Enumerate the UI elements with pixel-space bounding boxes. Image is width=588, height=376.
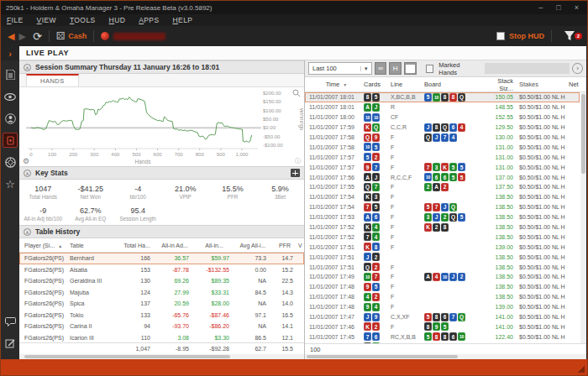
- infinity-button[interactable]: ∞: [375, 62, 387, 75]
- cash-button[interactable]: Cash: [68, 32, 87, 40]
- reports-icon[interactable]: [3, 67, 18, 82]
- table-history-header[interactable]: ∧ Table History: [19, 225, 304, 238]
- table-history-row[interactable]: FGators26(PS) Spica 137 20.59 $28.00 NA …: [19, 298, 304, 310]
- col-cards[interactable]: Cards: [364, 81, 391, 88]
- hole-cards-button[interactable]: H: [389, 62, 402, 75]
- marked-hands-label[interactable]: Marked Hands: [438, 61, 478, 76]
- session-summary-header[interactable]: ∧ Session Summary Thursday 11 January 16…: [19, 60, 304, 74]
- hand-row[interactable]: 11/01/2007 17:58 Q9 F QJ74 130.00 $0.50/…: [305, 133, 580, 143]
- chat-icon[interactable]: [3, 314, 18, 329]
- forward-icon[interactable]: ▶: [18, 31, 25, 42]
- col-player[interactable]: Player (Si... ▲: [19, 243, 70, 248]
- col-table[interactable]: Table: [70, 243, 118, 248]
- chart-zoom-icon[interactable]: [292, 89, 301, 97]
- table-history-row[interactable]: FGators26(PS) Majuba 124 27.99 $33.31 84…: [19, 287, 304, 299]
- menu-view[interactable]: VIEW: [37, 16, 56, 24]
- hand-row[interactable]: 11/01/2007 18:01 AJ R 148.55 $0.50/$1.00…: [305, 102, 580, 112]
- hud-eye-icon[interactable]: [3, 89, 18, 104]
- hand-row[interactable]: 11/01/2007 17:45 76 RC,X,B,B 588610 122.…: [305, 332, 580, 342]
- col-time[interactable]: Time ▼: [305, 81, 364, 88]
- chart-settings-gear-icon[interactable]: ⚙: [23, 157, 29, 165]
- hand-row[interactable]: 11/01/2007 17:51 K8 F 139.00 $0.50/$1.00…: [305, 242, 580, 252]
- collapse-icon[interactable]: ∧: [24, 228, 31, 236]
- sidebar-expand-icon[interactable]: ›: [1, 46, 19, 60]
- stop-hud-checkbox[interactable]: [496, 32, 505, 40]
- hand-row[interactable]: 11/01/2007 17:47 J9 C,X,XF 5867Q 141.00 …: [305, 312, 580, 322]
- col-line[interactable]: Line: [391, 81, 424, 88]
- hand-row[interactable]: 11/01/2007 17:52 K4 F K28 138.50 $0.50/$…: [305, 222, 580, 232]
- hand-row[interactable]: 11/01/2007 17:51 J2 138.50 $0.50/$1.00 N…: [305, 252, 580, 262]
- col-pfr[interactable]: PFR: [271, 243, 298, 248]
- account-name-redacted[interactable]: [113, 33, 165, 40]
- minimize-button[interactable]: –: [538, 2, 543, 13]
- table-history-row[interactable]: FGators26(PS) Carina II 94 -93.70 -$86.2…: [19, 321, 304, 332]
- hand-row[interactable]: 11/01/2007 17:58 105 F 131.00 $0.50/$1.0…: [305, 142, 580, 152]
- hand-row[interactable]: 11/01/2007 17:45 1010 R 120.90 $0.50/$1.…: [305, 342, 580, 343]
- table-history-row[interactable]: FGators26(PS) Geraldina III 130 69.26 $8…: [19, 275, 304, 287]
- grid-view-button[interactable]: [404, 62, 417, 75]
- col-total-hands[interactable]: Total Ha...: [118, 243, 155, 248]
- collapse-icon[interactable]: ∧: [24, 64, 31, 71]
- hand-row[interactable]: 11/01/2007 17:49 107 F A410J2 138.50 $0.…: [305, 272, 580, 282]
- hand-row[interactable]: 11/01/2007 18:01 85 X,BC,B,B 51088Q 150.…: [305, 92, 580, 102]
- collapse-icon[interactable]: ∧: [24, 170, 31, 177]
- hands-filter-dropdown[interactable]: Last 100 ▼: [308, 62, 372, 75]
- scrollbar-thumb[interactable]: [24, 355, 230, 358]
- back-icon[interactable]: ◀: [8, 31, 14, 42]
- col-allin[interactable]: All-in...: [194, 243, 234, 248]
- hand-row[interactable]: 11/01/2007 17:54 K3 F 138.50 $0.50/$1.00…: [305, 192, 580, 202]
- menu-hud[interactable]: HUD: [109, 16, 126, 24]
- hand-row[interactable]: 11/01/2007 17:52 74 F 138.50 $0.50/$1.00…: [305, 232, 580, 242]
- hand-row[interactable]: 11/01/2007 17:48 94 F 139.00 $0.50/$1.00…: [305, 302, 580, 312]
- maximize-button[interactable]: □: [556, 2, 560, 13]
- hand-row[interactable]: 11/01/2007 17:55 Q7 F 2A2 137.50 $0.50/$…: [305, 182, 580, 192]
- hand-row[interactable]: 11/01/2007 17:48 42 F 138.50 $0.50/$1.00…: [305, 292, 580, 302]
- hand-row[interactable]: 11/01/2007 17:53 A6 F 3J2Q5 138.50 $0.50…: [305, 212, 580, 222]
- hand-row[interactable]: 11/01/2007 17:59 KQ C,C,R J8Q64 129.50 $…: [305, 123, 580, 133]
- col-stakes[interactable]: Stakes: [517, 81, 569, 88]
- chart-info-icon[interactable]: ⓘ: [295, 157, 301, 165]
- refresh-icon[interactable]: ⟳: [33, 30, 42, 43]
- marked-hands-checkbox[interactable]: [426, 65, 434, 73]
- close-button[interactable]: ×: [575, 2, 579, 13]
- live-play-icon[interactable]: [3, 133, 18, 148]
- menu-tools[interactable]: TOOLS: [70, 16, 96, 24]
- col-net-won[interactable]: Net W: [569, 81, 580, 88]
- card-chip: 5: [372, 93, 380, 102]
- scrollbar-thumb[interactable]: [307, 355, 458, 358]
- hand-row[interactable]: 11/01/2007 18:00 1010 CF 152.55 $0.50/$1…: [305, 112, 580, 123]
- resize-grip[interactable]: [578, 366, 585, 373]
- col-avg-allin[interactable]: Avg All-i...: [234, 243, 271, 248]
- hand-row[interactable]: 11/01/2007 17:54 75 F 57JQ 138.50 $0.50/…: [305, 202, 580, 212]
- key-stats-header[interactable]: ∧ Key Stats: [19, 166, 304, 180]
- hand-row[interactable]: 11/01/2007 17:46 K2 F 895 141.00 $0.50/$…: [305, 321, 580, 332]
- col-allin-adj[interactable]: All-in Ad...: [155, 243, 194, 248]
- col-v[interactable]: V: [298, 243, 304, 248]
- casino-chip-icon[interactable]: [3, 154, 18, 170]
- scrollbar-thumb[interactable]: [581, 94, 585, 174]
- col-board[interactable]: Board: [424, 81, 486, 88]
- table-history-row[interactable]: FGators26(PS) Alsatia 153 -87.78 -$132.5…: [19, 264, 304, 276]
- col-stack-size[interactable]: Stack Siz...: [486, 77, 517, 92]
- favorites-star-icon[interactable]: ☆: [3, 176, 18, 191]
- menu-help[interactable]: HELP: [173, 16, 193, 24]
- players-icon[interactable]: [3, 111, 18, 126]
- tab-hands[interactable]: HANDS: [26, 74, 79, 86]
- hand-row[interactable]: 11/01/2007 17:57 52 F 131.00 $0.50/$1.00…: [305, 152, 580, 162]
- menu-file[interactable]: FILE: [7, 16, 24, 24]
- stats-grid-icon[interactable]: [291, 169, 300, 177]
- filter-button[interactable]: 2: [564, 29, 580, 43]
- panel-expand-button[interactable]: ›: [572, 63, 583, 74]
- table-history-row[interactable]: FGators26(PS) Tokio 133 -65.76 -$87.46 9…: [19, 310, 304, 321]
- hand-row[interactable]: 11/01/2007 17:57 97 F 73K55 131.00 $0.50…: [305, 162, 580, 172]
- stop-hud-label[interactable]: Stop HUD: [509, 32, 544, 40]
- hands-search-input[interactable]: [485, 63, 570, 74]
- hand-row[interactable]: 11/01/2007 17:56 AJ R,C,C,F 106655 137.0…: [305, 172, 580, 182]
- table-history-row[interactable]: FGators26(PS) Icarion III 110 3.08 $3.30…: [19, 332, 304, 343]
- hands-vertical-scrollbar[interactable]: [580, 92, 586, 343]
- hand-row[interactable]: 11/01/2007 17:51 Q2 F 138.50 $0.50/$1.00…: [305, 262, 580, 272]
- menu-apps[interactable]: APPS: [139, 16, 159, 24]
- hand-row[interactable]: 11/01/2007 17:48 95 F 138.50 $0.50/$1.00…: [305, 282, 580, 292]
- notes-icon[interactable]: [3, 336, 18, 351]
- table-history-row[interactable]: FGators26(PS) Bernhard 166 36.57 $59.97 …: [19, 253, 304, 264]
